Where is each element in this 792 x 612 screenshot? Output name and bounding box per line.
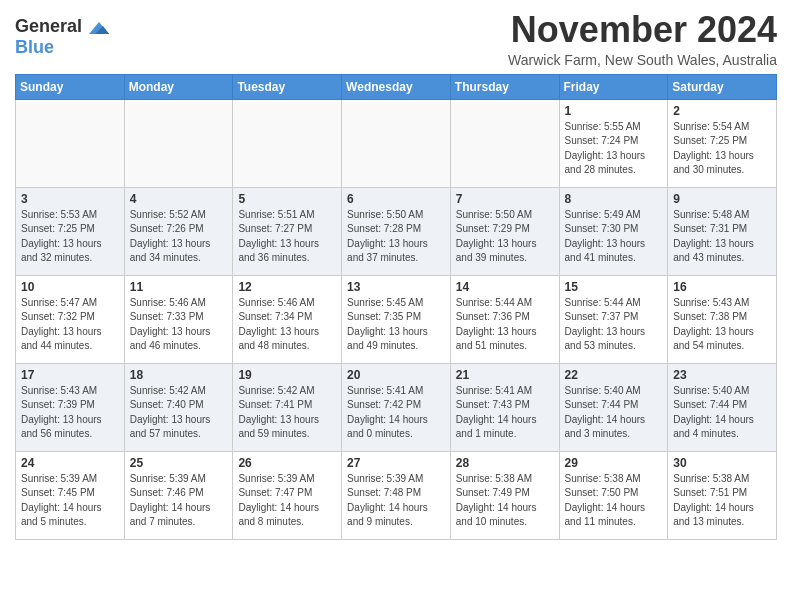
calendar-cell: 2Sunrise: 5:54 AM Sunset: 7:25 PM Daylig… (668, 99, 777, 187)
location-subtitle: Warwick Farm, New South Wales, Australia (508, 52, 777, 68)
day-info: Sunrise: 5:44 AM Sunset: 7:36 PM Dayligh… (456, 296, 554, 354)
calendar-cell: 11Sunrise: 5:46 AM Sunset: 7:33 PM Dayli… (124, 275, 233, 363)
day-number: 26 (238, 456, 336, 470)
calendar-cell: 29Sunrise: 5:38 AM Sunset: 7:50 PM Dayli… (559, 451, 668, 539)
day-info: Sunrise: 5:39 AM Sunset: 7:48 PM Dayligh… (347, 472, 445, 530)
calendar-cell: 18Sunrise: 5:42 AM Sunset: 7:40 PM Dayli… (124, 363, 233, 451)
calendar-week-row: 17Sunrise: 5:43 AM Sunset: 7:39 PM Dayli… (16, 363, 777, 451)
logo-general: General (15, 16, 82, 36)
calendar-table: SundayMondayTuesdayWednesdayThursdayFrid… (15, 74, 777, 540)
day-info: Sunrise: 5:41 AM Sunset: 7:43 PM Dayligh… (456, 384, 554, 442)
day-info: Sunrise: 5:49 AM Sunset: 7:30 PM Dayligh… (565, 208, 663, 266)
month-title: November 2024 (508, 10, 777, 50)
calendar-cell: 8Sunrise: 5:49 AM Sunset: 7:30 PM Daylig… (559, 187, 668, 275)
calendar-week-row: 3Sunrise: 5:53 AM Sunset: 7:25 PM Daylig… (16, 187, 777, 275)
calendar-cell: 5Sunrise: 5:51 AM Sunset: 7:27 PM Daylig… (233, 187, 342, 275)
weekday-header-tuesday: Tuesday (233, 74, 342, 99)
calendar-cell (342, 99, 451, 187)
calendar-cell: 22Sunrise: 5:40 AM Sunset: 7:44 PM Dayli… (559, 363, 668, 451)
day-number: 9 (673, 192, 771, 206)
day-number: 18 (130, 368, 228, 382)
calendar-cell: 21Sunrise: 5:41 AM Sunset: 7:43 PM Dayli… (450, 363, 559, 451)
day-info: Sunrise: 5:45 AM Sunset: 7:35 PM Dayligh… (347, 296, 445, 354)
logo-blue: Blue (15, 37, 54, 57)
calendar-cell: 13Sunrise: 5:45 AM Sunset: 7:35 PM Dayli… (342, 275, 451, 363)
day-number: 13 (347, 280, 445, 294)
calendar-cell: 1Sunrise: 5:55 AM Sunset: 7:24 PM Daylig… (559, 99, 668, 187)
calendar-cell: 6Sunrise: 5:50 AM Sunset: 7:28 PM Daylig… (342, 187, 451, 275)
weekday-header-sunday: Sunday (16, 74, 125, 99)
day-info: Sunrise: 5:52 AM Sunset: 7:26 PM Dayligh… (130, 208, 228, 266)
logo: General Blue (15, 16, 109, 58)
calendar-week-row: 24Sunrise: 5:39 AM Sunset: 7:45 PM Dayli… (16, 451, 777, 539)
day-info: Sunrise: 5:38 AM Sunset: 7:51 PM Dayligh… (673, 472, 771, 530)
title-block: November 2024 Warwick Farm, New South Wa… (508, 10, 777, 68)
day-info: Sunrise: 5:39 AM Sunset: 7:45 PM Dayligh… (21, 472, 119, 530)
calendar-header-row: SundayMondayTuesdayWednesdayThursdayFrid… (16, 74, 777, 99)
calendar-cell: 24Sunrise: 5:39 AM Sunset: 7:45 PM Dayli… (16, 451, 125, 539)
calendar-cell: 30Sunrise: 5:38 AM Sunset: 7:51 PM Dayli… (668, 451, 777, 539)
calendar-cell: 14Sunrise: 5:44 AM Sunset: 7:36 PM Dayli… (450, 275, 559, 363)
day-info: Sunrise: 5:46 AM Sunset: 7:33 PM Dayligh… (130, 296, 228, 354)
calendar-cell: 25Sunrise: 5:39 AM Sunset: 7:46 PM Dayli… (124, 451, 233, 539)
day-info: Sunrise: 5:42 AM Sunset: 7:41 PM Dayligh… (238, 384, 336, 442)
calendar-week-row: 1Sunrise: 5:55 AM Sunset: 7:24 PM Daylig… (16, 99, 777, 187)
day-number: 22 (565, 368, 663, 382)
calendar-cell: 3Sunrise: 5:53 AM Sunset: 7:25 PM Daylig… (16, 187, 125, 275)
day-info: Sunrise: 5:40 AM Sunset: 7:44 PM Dayligh… (565, 384, 663, 442)
day-number: 8 (565, 192, 663, 206)
day-info: Sunrise: 5:42 AM Sunset: 7:40 PM Dayligh… (130, 384, 228, 442)
calendar-cell: 19Sunrise: 5:42 AM Sunset: 7:41 PM Dayli… (233, 363, 342, 451)
day-info: Sunrise: 5:50 AM Sunset: 7:29 PM Dayligh… (456, 208, 554, 266)
day-number: 10 (21, 280, 119, 294)
calendar-cell: 23Sunrise: 5:40 AM Sunset: 7:44 PM Dayli… (668, 363, 777, 451)
day-info: Sunrise: 5:48 AM Sunset: 7:31 PM Dayligh… (673, 208, 771, 266)
day-number: 4 (130, 192, 228, 206)
weekday-header-thursday: Thursday (450, 74, 559, 99)
calendar-cell: 17Sunrise: 5:43 AM Sunset: 7:39 PM Dayli… (16, 363, 125, 451)
calendar-cell (16, 99, 125, 187)
calendar-cell: 4Sunrise: 5:52 AM Sunset: 7:26 PM Daylig… (124, 187, 233, 275)
calendar-cell: 9Sunrise: 5:48 AM Sunset: 7:31 PM Daylig… (668, 187, 777, 275)
day-number: 11 (130, 280, 228, 294)
calendar-cell (450, 99, 559, 187)
day-info: Sunrise: 5:39 AM Sunset: 7:46 PM Dayligh… (130, 472, 228, 530)
calendar-cell (233, 99, 342, 187)
day-number: 6 (347, 192, 445, 206)
weekday-header-monday: Monday (124, 74, 233, 99)
day-number: 29 (565, 456, 663, 470)
day-info: Sunrise: 5:50 AM Sunset: 7:28 PM Dayligh… (347, 208, 445, 266)
day-number: 21 (456, 368, 554, 382)
weekday-header-saturday: Saturday (668, 74, 777, 99)
day-info: Sunrise: 5:46 AM Sunset: 7:34 PM Dayligh… (238, 296, 336, 354)
calendar-cell: 10Sunrise: 5:47 AM Sunset: 7:32 PM Dayli… (16, 275, 125, 363)
weekday-header-wednesday: Wednesday (342, 74, 451, 99)
day-info: Sunrise: 5:54 AM Sunset: 7:25 PM Dayligh… (673, 120, 771, 178)
day-number: 24 (21, 456, 119, 470)
logo-icon (89, 20, 109, 36)
weekday-header-friday: Friday (559, 74, 668, 99)
day-number: 23 (673, 368, 771, 382)
day-info: Sunrise: 5:43 AM Sunset: 7:38 PM Dayligh… (673, 296, 771, 354)
calendar-cell: 7Sunrise: 5:50 AM Sunset: 7:29 PM Daylig… (450, 187, 559, 275)
calendar-cell: 12Sunrise: 5:46 AM Sunset: 7:34 PM Dayli… (233, 275, 342, 363)
day-number: 5 (238, 192, 336, 206)
day-info: Sunrise: 5:38 AM Sunset: 7:49 PM Dayligh… (456, 472, 554, 530)
day-info: Sunrise: 5:55 AM Sunset: 7:24 PM Dayligh… (565, 120, 663, 178)
day-info: Sunrise: 5:51 AM Sunset: 7:27 PM Dayligh… (238, 208, 336, 266)
page-header: General Blue November 2024 Warwick Farm,… (15, 10, 777, 68)
day-info: Sunrise: 5:38 AM Sunset: 7:50 PM Dayligh… (565, 472, 663, 530)
day-number: 15 (565, 280, 663, 294)
calendar-cell: 26Sunrise: 5:39 AM Sunset: 7:47 PM Dayli… (233, 451, 342, 539)
day-number: 16 (673, 280, 771, 294)
day-number: 17 (21, 368, 119, 382)
day-number: 12 (238, 280, 336, 294)
calendar-cell: 15Sunrise: 5:44 AM Sunset: 7:37 PM Dayli… (559, 275, 668, 363)
day-number: 28 (456, 456, 554, 470)
day-info: Sunrise: 5:40 AM Sunset: 7:44 PM Dayligh… (673, 384, 771, 442)
day-number: 20 (347, 368, 445, 382)
day-number: 1 (565, 104, 663, 118)
day-number: 7 (456, 192, 554, 206)
day-number: 3 (21, 192, 119, 206)
logo-text: General Blue (15, 16, 109, 58)
